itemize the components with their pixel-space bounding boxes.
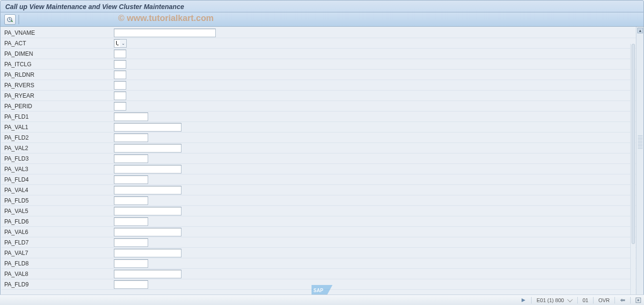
- param-label: PA_ACT: [1, 40, 114, 47]
- param-label: PA_VNAME: [1, 30, 114, 36]
- svg-rect-7: [637, 299, 639, 301]
- vertical-scrollbar-inner[interactable]: [630, 44, 635, 305]
- main-content-area: PA_VNAMEPA_ACT⌄PA_DIMENPA_ITCLGPA_RLDNRP…: [0, 27, 644, 305]
- param-input[interactable]: [114, 165, 181, 173]
- form-row: PA_FLD2: [1, 132, 644, 143]
- param-field-wrap: [114, 249, 181, 257]
- param-input[interactable]: [114, 270, 181, 278]
- status-other: 01: [583, 297, 588, 303]
- param-input[interactable]: [114, 92, 126, 100]
- param-input[interactable]: [114, 249, 181, 257]
- svg-line-2: [10, 20, 10, 20]
- param-field-wrap: [114, 280, 148, 289]
- status-separator: [630, 297, 631, 304]
- status-triangle-icon: [521, 297, 526, 303]
- param-input[interactable]: [114, 207, 181, 215]
- param-input[interactable]: [114, 154, 148, 163]
- param-label: PA_FLD7: [1, 239, 114, 246]
- status-mode: OVR: [598, 297, 610, 303]
- form-row: PA_FLD3: [1, 153, 644, 164]
- status-settings-icon[interactable]: [635, 297, 641, 303]
- param-label: PA_FLD1: [1, 113, 114, 120]
- param-input[interactable]: [114, 29, 216, 37]
- execute-icon: [7, 16, 13, 23]
- param-input[interactable]: [114, 186, 181, 194]
- status-separator: [531, 297, 532, 304]
- param-field-wrap: [114, 228, 181, 236]
- param-label: PA_FLD4: [1, 176, 114, 183]
- form-row: PA_VAL6: [1, 227, 644, 237]
- param-label: PA_VAL8: [1, 271, 114, 277]
- status-separator: [593, 297, 594, 304]
- param-label: PA_VAL6: [1, 229, 114, 235]
- param-input[interactable]: [114, 60, 126, 69]
- param-label: PA_FLD9: [1, 281, 114, 288]
- status-separator: [577, 297, 578, 304]
- param-field-wrap: [114, 196, 148, 205]
- param-field-wrap: [114, 50, 126, 58]
- param-label: PA_FLD5: [1, 197, 114, 204]
- param-input[interactable]: [114, 123, 181, 132]
- param-field-wrap: [114, 186, 181, 194]
- param-field-wrap: [114, 154, 148, 163]
- param-label: PA_VAL2: [1, 145, 114, 152]
- vertical-scrollbar-outer[interactable]: ▲ ▼: [636, 27, 644, 305]
- form-row: PA_PERID: [1, 101, 644, 112]
- form-row: PA_VAL1: [1, 122, 644, 132]
- param-input[interactable]: [114, 50, 126, 58]
- param-input[interactable]: [114, 175, 148, 184]
- f4-help-button[interactable]: ⌄: [120, 39, 127, 48]
- param-field-wrap: [114, 144, 181, 152]
- param-input[interactable]: [114, 217, 148, 226]
- layout-back-icon[interactable]: [620, 297, 625, 303]
- scroll-grip[interactable]: [638, 135, 643, 149]
- param-field-wrap: [114, 217, 148, 226]
- svg-marker-5: [522, 298, 525, 302]
- param-field-wrap: [114, 29, 216, 37]
- param-input[interactable]: [114, 144, 181, 152]
- param-input[interactable]: [114, 102, 126, 111]
- status-bar: E01 (1) 800 01 OVR: [0, 295, 644, 305]
- param-input[interactable]: [114, 228, 181, 236]
- form-row: PA_FLD7: [1, 237, 644, 248]
- param-field-wrap: [114, 207, 181, 215]
- param-label: PA_VAL4: [1, 187, 114, 193]
- form-row: PA_VAL4: [1, 185, 644, 195]
- title-bar: Call up View Maintenance and View Cluste…: [0, 0, 644, 12]
- param-field-wrap: [114, 60, 126, 69]
- param-label: PA_FLD2: [1, 134, 114, 141]
- param-input[interactable]: [114, 39, 121, 48]
- session-dropdown-icon[interactable]: [567, 296, 573, 302]
- param-field-wrap: [114, 112, 148, 121]
- param-input[interactable]: [114, 71, 126, 79]
- param-field-wrap: [114, 123, 181, 132]
- scroll-up-arrow-icon[interactable]: ▲: [637, 28, 643, 33]
- selection-screen: PA_VNAMEPA_ACT⌄PA_DIMENPA_ITCLGPA_RLDNRP…: [0, 27, 644, 305]
- param-label: PA_RLDNR: [1, 71, 114, 78]
- param-label: PA_VAL5: [1, 208, 114, 214]
- form-row: PA_FLD8: [1, 258, 644, 269]
- param-field-wrap: [114, 238, 148, 247]
- param-label: PA_VAL7: [1, 250, 114, 256]
- param-input[interactable]: [114, 280, 148, 289]
- application-toolbar: [0, 12, 644, 27]
- param-input[interactable]: [114, 133, 148, 142]
- param-field-wrap: ⌄: [114, 39, 127, 48]
- param-input[interactable]: [114, 112, 148, 121]
- param-field-wrap: [114, 165, 181, 173]
- window-frame: Call up View Maintenance and View Cluste…: [0, 0, 644, 305]
- status-separator: [614, 297, 615, 304]
- param-input[interactable]: [114, 196, 148, 205]
- param-input[interactable]: [114, 259, 148, 268]
- form-row: PA_VAL7: [1, 248, 644, 258]
- param-input[interactable]: [114, 81, 126, 90]
- form-row: PA_ACT⌄: [1, 38, 644, 49]
- scroll-thumb[interactable]: [632, 44, 635, 244]
- param-input[interactable]: [114, 238, 148, 247]
- form-row: PA_RVERS: [1, 80, 644, 91]
- form-row: PA_VNAME: [1, 28, 644, 38]
- form-row: PA_FLD4: [1, 174, 644, 185]
- param-field-wrap: [114, 102, 126, 111]
- execute-button[interactable]: [4, 14, 16, 25]
- param-label: PA_PERID: [1, 103, 114, 110]
